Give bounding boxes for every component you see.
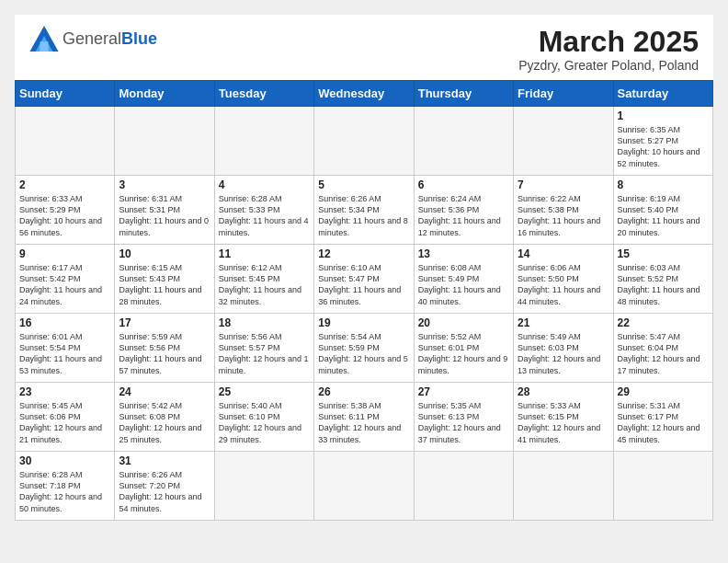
day-number: 28 xyxy=(518,385,609,398)
calendar-cell xyxy=(514,107,613,176)
week-row-5: 30Sunrise: 6:28 AM Sunset: 7:18 PM Dayli… xyxy=(16,452,713,521)
day-info: Sunrise: 5:49 AM Sunset: 6:03 PM Dayligh… xyxy=(518,331,609,376)
calendar-cell xyxy=(16,107,115,176)
calendar-container: GeneralBlue March 2025 Pyzdry, Greater P… xyxy=(15,15,713,521)
calendar-cell: 17Sunrise: 5:59 AM Sunset: 5:56 PM Dayli… xyxy=(115,314,214,383)
day-header-friday: Friday xyxy=(514,81,613,107)
day-number: 5 xyxy=(318,178,409,191)
day-info: Sunrise: 6:28 AM Sunset: 5:33 PM Dayligh… xyxy=(219,193,310,238)
day-info: Sunrise: 6:28 AM Sunset: 7:18 PM Dayligh… xyxy=(19,469,110,514)
calendar-cell xyxy=(414,107,513,176)
day-info: Sunrise: 6:26 AM Sunset: 7:20 PM Dayligh… xyxy=(119,469,210,514)
day-info: Sunrise: 6:26 AM Sunset: 5:34 PM Dayligh… xyxy=(318,193,409,238)
day-number: 22 xyxy=(618,316,709,329)
calendar-table: SundayMondayTuesdayWednesdayThursdayFrid… xyxy=(15,80,713,521)
calendar-header: GeneralBlue March 2025 Pyzdry, Greater P… xyxy=(15,15,713,80)
logo-text: GeneralBlue xyxy=(63,30,157,48)
day-info: Sunrise: 6:01 AM Sunset: 5:54 PM Dayligh… xyxy=(19,331,110,376)
calendar-cell xyxy=(115,107,214,176)
calendar-cell: 4Sunrise: 6:28 AM Sunset: 5:33 PM Daylig… xyxy=(214,176,313,245)
day-number: 24 xyxy=(119,385,210,398)
week-row-3: 16Sunrise: 6:01 AM Sunset: 5:54 PM Dayli… xyxy=(16,314,713,383)
calendar-cell: 16Sunrise: 6:01 AM Sunset: 5:54 PM Dayli… xyxy=(16,314,115,383)
day-info: Sunrise: 6:35 AM Sunset: 5:27 PM Dayligh… xyxy=(618,124,709,169)
day-number: 23 xyxy=(19,385,110,398)
day-number: 8 xyxy=(618,178,709,191)
day-info: Sunrise: 6:15 AM Sunset: 5:43 PM Dayligh… xyxy=(119,262,210,307)
day-header-monday: Monday xyxy=(115,81,214,107)
calendar-cell xyxy=(613,452,712,521)
day-number: 7 xyxy=(518,178,609,191)
day-info: Sunrise: 6:33 AM Sunset: 5:29 PM Dayligh… xyxy=(19,193,110,238)
day-info: Sunrise: 6:03 AM Sunset: 5:52 PM Dayligh… xyxy=(618,262,709,307)
day-number: 1 xyxy=(618,109,709,122)
calendar-cell: 10Sunrise: 6:15 AM Sunset: 5:43 PM Dayli… xyxy=(115,245,214,314)
day-number: 18 xyxy=(219,316,310,329)
day-number: 4 xyxy=(219,178,310,191)
week-row-0: 1Sunrise: 6:35 AM Sunset: 5:27 PM Daylig… xyxy=(16,107,713,176)
calendar-cell: 14Sunrise: 6:06 AM Sunset: 5:50 PM Dayli… xyxy=(514,245,613,314)
day-info: Sunrise: 6:08 AM Sunset: 5:49 PM Dayligh… xyxy=(418,262,509,307)
day-header-tuesday: Tuesday xyxy=(214,81,313,107)
day-info: Sunrise: 5:35 AM Sunset: 6:13 PM Dayligh… xyxy=(418,400,509,445)
calendar-cell: 3Sunrise: 6:31 AM Sunset: 5:31 PM Daylig… xyxy=(115,176,214,245)
day-header-sunday: Sunday xyxy=(16,81,115,107)
day-number: 27 xyxy=(418,385,509,398)
calendar-cell: 27Sunrise: 5:35 AM Sunset: 6:13 PM Dayli… xyxy=(414,383,513,452)
day-info: Sunrise: 5:40 AM Sunset: 6:10 PM Dayligh… xyxy=(219,400,310,445)
calendar-cell: 9Sunrise: 6:17 AM Sunset: 5:42 PM Daylig… xyxy=(16,245,115,314)
calendar-cell: 30Sunrise: 6:28 AM Sunset: 7:18 PM Dayli… xyxy=(16,452,115,521)
day-number: 17 xyxy=(119,316,210,329)
calendar-cell xyxy=(214,452,313,521)
day-number: 11 xyxy=(219,247,310,260)
day-info: Sunrise: 5:56 AM Sunset: 5:57 PM Dayligh… xyxy=(219,331,310,376)
calendar-header-row: SundayMondayTuesdayWednesdayThursdayFrid… xyxy=(16,81,713,107)
calendar-cell: 28Sunrise: 5:33 AM Sunset: 6:15 PM Dayli… xyxy=(514,383,613,452)
day-info: Sunrise: 5:47 AM Sunset: 6:04 PM Dayligh… xyxy=(618,331,709,376)
day-info: Sunrise: 6:24 AM Sunset: 5:36 PM Dayligh… xyxy=(418,193,509,238)
calendar-cell xyxy=(514,452,613,521)
week-row-4: 23Sunrise: 5:45 AM Sunset: 6:06 PM Dayli… xyxy=(16,383,713,452)
calendar-cell: 18Sunrise: 5:56 AM Sunset: 5:57 PM Dayli… xyxy=(214,314,313,383)
day-number: 10 xyxy=(119,247,210,260)
day-number: 16 xyxy=(19,316,110,329)
day-info: Sunrise: 6:31 AM Sunset: 5:31 PM Dayligh… xyxy=(119,193,210,238)
calendar-cell: 7Sunrise: 6:22 AM Sunset: 5:38 PM Daylig… xyxy=(514,176,613,245)
day-info: Sunrise: 6:22 AM Sunset: 5:38 PM Dayligh… xyxy=(518,193,609,238)
calendar-cell: 31Sunrise: 6:26 AM Sunset: 7:20 PM Dayli… xyxy=(115,452,214,521)
day-info: Sunrise: 6:10 AM Sunset: 5:47 PM Dayligh… xyxy=(318,262,409,307)
calendar-cell: 24Sunrise: 5:42 AM Sunset: 6:08 PM Dayli… xyxy=(115,383,214,452)
day-info: Sunrise: 5:45 AM Sunset: 6:06 PM Dayligh… xyxy=(19,400,110,445)
location: Pyzdry, Greater Poland, Poland xyxy=(518,58,699,73)
day-number: 30 xyxy=(19,454,110,467)
calendar-cell: 8Sunrise: 6:19 AM Sunset: 5:40 PM Daylig… xyxy=(613,176,712,245)
calendar-cell: 29Sunrise: 5:31 AM Sunset: 6:17 PM Dayli… xyxy=(613,383,712,452)
day-number: 9 xyxy=(19,247,110,260)
day-number: 21 xyxy=(518,316,609,329)
week-row-2: 9Sunrise: 6:17 AM Sunset: 5:42 PM Daylig… xyxy=(16,245,713,314)
day-info: Sunrise: 6:19 AM Sunset: 5:40 PM Dayligh… xyxy=(618,193,709,238)
calendar-cell: 11Sunrise: 6:12 AM Sunset: 5:45 PM Dayli… xyxy=(214,245,313,314)
day-info: Sunrise: 5:33 AM Sunset: 6:15 PM Dayligh… xyxy=(518,400,609,445)
calendar-cell: 22Sunrise: 5:47 AM Sunset: 6:04 PM Dayli… xyxy=(613,314,712,383)
calendar-cell: 19Sunrise: 5:54 AM Sunset: 5:59 PM Dayli… xyxy=(314,314,414,383)
day-number: 25 xyxy=(219,385,310,398)
calendar-cell: 20Sunrise: 5:52 AM Sunset: 6:01 PM Dayli… xyxy=(414,314,513,383)
day-number: 13 xyxy=(418,247,509,260)
day-info: Sunrise: 5:42 AM Sunset: 6:08 PM Dayligh… xyxy=(119,400,210,445)
day-number: 29 xyxy=(618,385,709,398)
day-number: 3 xyxy=(119,178,210,191)
calendar-cell xyxy=(314,107,414,176)
calendar-cell xyxy=(414,452,513,521)
calendar-cell xyxy=(314,452,414,521)
calendar-cell: 21Sunrise: 5:49 AM Sunset: 6:03 PM Dayli… xyxy=(514,314,613,383)
day-number: 15 xyxy=(618,247,709,260)
logo: GeneralBlue xyxy=(29,26,157,52)
calendar-cell: 5Sunrise: 6:26 AM Sunset: 5:34 PM Daylig… xyxy=(314,176,414,245)
day-number: 20 xyxy=(418,316,509,329)
day-number: 19 xyxy=(318,316,409,329)
day-number: 31 xyxy=(119,454,210,467)
day-info: Sunrise: 6:06 AM Sunset: 5:50 PM Dayligh… xyxy=(518,262,609,307)
calendar-cell: 23Sunrise: 5:45 AM Sunset: 6:06 PM Dayli… xyxy=(16,383,115,452)
day-info: Sunrise: 5:59 AM Sunset: 5:56 PM Dayligh… xyxy=(119,331,210,376)
